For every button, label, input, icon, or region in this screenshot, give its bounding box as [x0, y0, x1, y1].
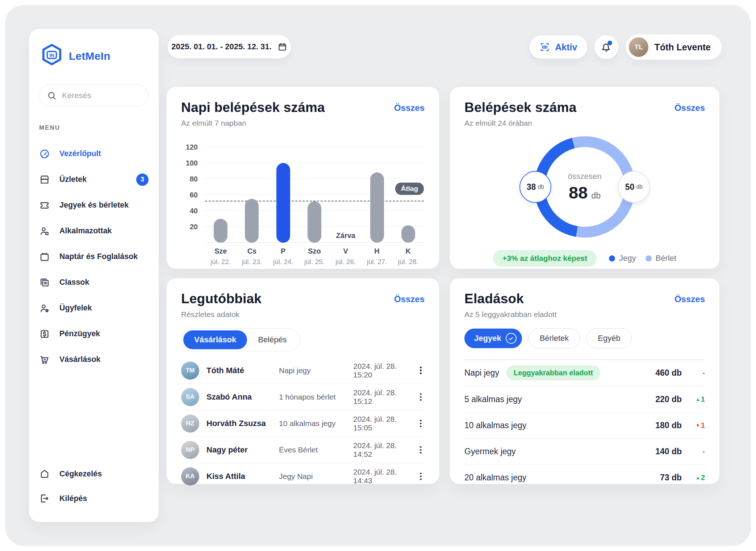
sidebar-item-vasarlasok[interactable]: Vásárlások — [39, 347, 149, 372]
date-range-value: 2025. 01. 01. - 2025. 12. 31. — [171, 42, 271, 51]
sales-quantity: 140 db — [655, 447, 682, 456]
sidebar-item-penzugyek[interactable]: Pénzügyek — [39, 321, 149, 347]
avatar: TM — [181, 362, 199, 380]
sales-card: Eladások Az 5 leggyakrabban eladott Össz… — [450, 278, 719, 484]
row-datetime: 2024. júl. 28. 15:05 — [353, 415, 414, 432]
gridline — [205, 195, 424, 195]
table-row[interactable]: TM Tóth Máté Napi jegy 2024. júl. 28. 15… — [181, 357, 425, 384]
notifications-button[interactable] — [594, 35, 618, 59]
y-tick-label: 40 — [190, 207, 198, 215]
sales-list: Napi jegy Leggyakrabban eladott 460 db -… — [464, 360, 705, 491]
total-value: 88 — [569, 183, 588, 203]
date-range-picker[interactable]: 2025. 01. 01. - 2025. 12. 31. — [168, 35, 291, 58]
sales-item-name: 10 alkalmas jegy — [464, 421, 526, 430]
total-label: összesen — [568, 172, 602, 181]
cart-icon — [39, 354, 50, 365]
recent-tabs: VásárlásokBelépés — [181, 328, 300, 351]
x-tick: Pjúl. 24. — [268, 247, 299, 266]
brand-logo[interactable]: IN LetMeIn — [39, 44, 149, 68]
table-row[interactable]: KA Kiss Attila Jegy Napi 2024. júl. 28. … — [181, 463, 425, 489]
row-ticket-type: 10 alkalmas jegy — [279, 419, 353, 428]
y-tick-label: 80 — [190, 175, 198, 183]
sales-row[interactable]: 20 alkalmas jegy 73 db ▲2 — [464, 464, 705, 491]
sales-row[interactable]: Napi jegy Leggyakrabban eladott 460 db - — [464, 360, 705, 386]
brand-name: LetMeIn — [69, 50, 110, 62]
daily-entries-card: Napi belépések száma Az elmúlt 7 napban … — [167, 87, 439, 269]
donut-center: összesen 88 db — [545, 147, 625, 227]
view-all-link[interactable]: Összes — [674, 294, 705, 304]
menu-section-label: MENU — [39, 124, 149, 132]
card-subtitle: Az elmúlt 7 napban — [181, 119, 325, 128]
view-all-link[interactable]: Összes — [674, 103, 705, 113]
table-row[interactable]: SA Szabó Anna 1 hónapos bérlet 2024. júl… — [181, 384, 425, 410]
employee-icon — [39, 226, 50, 237]
filter-chip-egyéb[interactable]: Egyéb — [586, 328, 631, 348]
card-subtitle: Részletes adatok — [181, 310, 262, 319]
row-datetime: 2024. júl. 28. 14:43 — [353, 468, 414, 485]
calendar-icon — [277, 42, 287, 52]
sidebar-item-cegkezeles[interactable]: Cégkezelés — [39, 463, 149, 484]
sales-quantity: 220 db — [655, 395, 682, 404]
row-menu-button[interactable] — [417, 470, 425, 483]
row-ticket-type: Éves Bérlet — [279, 446, 353, 454]
row-menu-button[interactable] — [417, 417, 425, 430]
entries-total-card: Belépések száma Az elmúlt 24 órában Össz… — [450, 87, 719, 269]
row-datetime: 2024. júl. 28. 14:52 — [353, 441, 414, 459]
legend-item-jegy: Jegy — [609, 254, 636, 263]
bar-H — [370, 172, 384, 243]
sidebar-item-uzletek[interactable]: Üzletek 3 — [39, 167, 149, 192]
row-name: Szabó Anna — [206, 392, 279, 402]
sidebar-item-classok[interactable]: Classok — [39, 270, 149, 295]
donut-legend: JegyBérlet — [609, 254, 676, 263]
card-title: Eladások — [464, 291, 557, 306]
sidebar-item-jegyek-es-berletek[interactable]: Jegyek és bérletek — [39, 192, 149, 218]
logout-icon — [39, 493, 50, 504]
filter-chip-bérletek[interactable]: Bérletek — [529, 328, 580, 348]
tab-vásárlások[interactable]: Vásárlások — [183, 330, 247, 349]
sidebar-item-ugyfelek[interactable]: Ügyfelek — [39, 295, 149, 321]
user-name: Tóth Levente — [654, 42, 711, 53]
table-row[interactable]: HZ Horváth Zsuzsa 10 alkalmas jegy 2024.… — [181, 410, 425, 437]
user-profile-button[interactable]: TL Tóth Levente — [626, 34, 722, 60]
x-tick: Vjúl. 26. — [330, 247, 361, 266]
gridline — [205, 147, 424, 147]
sidebar-item-kilepes[interactable]: Kilépés — [39, 488, 149, 509]
bar-P — [276, 163, 290, 243]
check-icon — [506, 333, 517, 344]
y-tick-label: 60 — [190, 191, 198, 199]
legend-dot — [646, 255, 652, 262]
sales-row[interactable]: Gyermek jegy 140 db - — [464, 438, 705, 464]
sidebar-item-alkalmazottak[interactable]: Alkalmazottak — [39, 218, 149, 244]
sidebar-item-naptar-es-foglalasok[interactable]: Naptár és Foglalások — [39, 244, 149, 270]
rank-change: ▲2 — [682, 473, 705, 482]
sales-row[interactable]: 5 alkalmas jegy 220 db ▲1 — [464, 386, 705, 412]
scan-status-button[interactable]: Aktív — [530, 36, 587, 59]
sales-filter-chips: JegyekBérletekEgyéb — [464, 328, 705, 348]
row-datetime: 2024. júl. 28. 15:20 — [353, 362, 414, 379]
rank-change: - — [682, 447, 705, 456]
row-menu-button[interactable] — [417, 443, 425, 456]
legend-dot — [609, 255, 615, 262]
row-menu-button[interactable] — [417, 391, 425, 404]
class-icon — [39, 277, 50, 288]
sales-item-name: Gyermek jegy — [464, 447, 516, 456]
dollar-icon — [39, 329, 50, 339]
view-all-link[interactable]: Összes — [394, 103, 425, 113]
closed-label: Zárva — [336, 231, 355, 240]
table-row[interactable]: NP Nagy péter Éves Bérlet 2024. júl. 28.… — [181, 437, 425, 463]
sales-quantity: 460 db — [655, 368, 682, 378]
sales-item-name: 20 alkalmas jegy — [464, 473, 526, 483]
view-all-link[interactable]: Összes — [394, 294, 425, 304]
tab-belépés[interactable]: Belépés — [247, 330, 298, 349]
y-tick-label: 120 — [186, 143, 198, 151]
row-menu-button[interactable] — [417, 364, 425, 377]
scan-status-label: Aktív — [555, 42, 577, 53]
hexagon-logo-icon: IN — [41, 44, 63, 68]
sidebar-item-vezerlopult[interactable]: Vezérlőpult — [39, 141, 149, 167]
best-seller-badge: Leggyakrabban eladott — [506, 366, 600, 380]
sales-row[interactable]: 10 alkalmas jegy 180 db ▼1 — [464, 412, 705, 438]
home-icon — [39, 468, 50, 479]
avatar: NP — [181, 441, 199, 459]
sidebar: IN LetMeIn MENU Vezérlőpult Üzletek 3 Je… — [29, 29, 159, 522]
filter-chip-jegyek[interactable]: Jegyek — [464, 329, 522, 348]
